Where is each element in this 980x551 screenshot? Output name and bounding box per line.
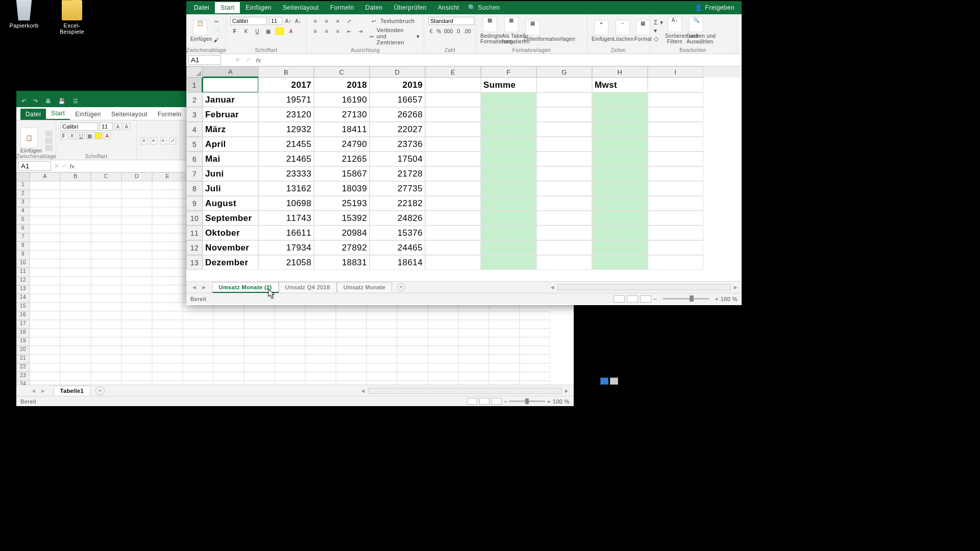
- cell[interactable]: [536, 107, 592, 122]
- cell[interactable]: Juli: [203, 181, 258, 196]
- cell[interactable]: [648, 92, 703, 107]
- cell[interactable]: 24465: [370, 240, 425, 255]
- desktop-recycle-bin[interactable]: Papierkorb: [6, 0, 42, 29]
- row-header[interactable]: 22: [16, 363, 30, 372]
- cell[interactable]: 2019: [370, 78, 425, 92]
- name-box[interactable]: [18, 161, 51, 171]
- align-right-icon[interactable]: ≡: [333, 27, 342, 35]
- cell[interactable]: [481, 240, 536, 255]
- cell[interactable]: [592, 166, 648, 181]
- align-center-icon[interactable]: ≡: [322, 27, 331, 35]
- cell[interactable]: 17504: [370, 152, 425, 166]
- cell[interactable]: November: [203, 240, 258, 255]
- zoom-label[interactable]: 180 %: [721, 296, 738, 302]
- column-header[interactable]: C: [91, 172, 121, 181]
- excel-window-front[interactable]: DateiStartEinfügenSeitenlayoutFormelnDat…: [186, 1, 742, 305]
- cell[interactable]: 18039: [314, 181, 370, 196]
- cell[interactable]: März: [203, 122, 258, 137]
- italic-button[interactable]: K: [241, 27, 251, 35]
- cell[interactable]: [536, 226, 592, 240]
- row-header[interactable]: 23: [16, 372, 30, 381]
- decrease-decimal-icon[interactable]: .00: [463, 27, 472, 35]
- increase-decimal-icon[interactable]: .0: [455, 27, 461, 35]
- row-header[interactable]: 11: [186, 226, 203, 240]
- cell[interactable]: [425, 181, 481, 196]
- zoom-out-button[interactable]: −: [653, 296, 657, 302]
- row-header[interactable]: 18: [16, 329, 30, 337]
- row-header[interactable]: 11: [16, 268, 30, 277]
- cell[interactable]: [425, 122, 481, 137]
- cell[interactable]: [592, 211, 648, 226]
- cell[interactable]: [592, 196, 648, 211]
- cell[interactable]: [648, 181, 703, 196]
- paste-button[interactable]: 📋Einfügen: [190, 20, 210, 42]
- qat-camera-icon[interactable]: 🖶: [45, 98, 51, 104]
- cell[interactable]: 16190: [314, 92, 370, 107]
- row-header[interactable]: 8: [186, 181, 203, 196]
- cell[interactable]: Oktober: [203, 226, 258, 240]
- sheet-tabs-back[interactable]: ◄► Tabelle1 + ◄ ►: [16, 385, 574, 396]
- cell[interactable]: 11743: [258, 211, 314, 226]
- cell[interactable]: 12932: [258, 122, 314, 137]
- cell[interactable]: 2018: [314, 78, 370, 92]
- cell[interactable]: [425, 226, 481, 240]
- cell[interactable]: [592, 255, 648, 270]
- cut-icon[interactable]: ✂: [212, 17, 221, 26]
- sheet-nav-next-icon[interactable]: ►: [201, 284, 207, 290]
- cell[interactable]: 2017: [258, 78, 314, 92]
- fill-color-button[interactable]: [275, 27, 284, 35]
- cell[interactable]: [648, 78, 703, 92]
- bold-button[interactable]: F: [230, 27, 239, 35]
- ribbon-tab-seitenlayout[interactable]: Seitenlayout: [106, 109, 153, 120]
- font-size-picker[interactable]: [269, 17, 282, 25]
- orientation-icon[interactable]: ⤢: [169, 137, 176, 144]
- font-size-picker[interactable]: [100, 122, 113, 131]
- cell[interactable]: [425, 211, 481, 226]
- cell[interactable]: 24826: [370, 211, 425, 226]
- column-header[interactable]: B: [258, 66, 314, 78]
- row-header[interactable]: 14: [16, 294, 30, 303]
- cell[interactable]: 25193: [314, 196, 370, 211]
- row-header[interactable]: 9: [16, 251, 30, 259]
- fill-color-button[interactable]: [95, 132, 102, 139]
- ribbon-tab-ansicht[interactable]: Ansicht: [432, 2, 465, 13]
- ribbon-tab-datei[interactable]: Datei: [20, 109, 46, 120]
- bold-button[interactable]: F: [60, 132, 67, 139]
- row-header[interactable]: 5: [16, 216, 30, 224]
- column-header[interactable]: D: [121, 172, 152, 181]
- select-all-button[interactable]: [186, 66, 203, 78]
- cell[interactable]: [425, 137, 481, 152]
- cell[interactable]: [536, 211, 592, 226]
- align-middle-icon[interactable]: ≡: [322, 17, 331, 25]
- cell[interactable]: 26268: [370, 107, 425, 122]
- ribbon-tab-einfügen[interactable]: Einfügen: [240, 2, 277, 13]
- column-header[interactable]: H: [592, 66, 648, 78]
- row-header[interactable]: 20: [16, 346, 30, 355]
- conditional-formatting-button[interactable]: ▦Bedingte Formatierung: [480, 17, 500, 44]
- cell[interactable]: 22027: [370, 122, 425, 137]
- row-header[interactable]: 1: [186, 78, 203, 92]
- font-color-button[interactable]: A: [104, 132, 111, 139]
- cell[interactable]: [536, 78, 592, 92]
- cell[interactable]: [481, 255, 536, 270]
- cell[interactable]: [481, 196, 536, 211]
- ribbon-tab-start[interactable]: Start: [46, 108, 70, 120]
- fx-icon[interactable]: fx: [70, 163, 75, 169]
- cell[interactable]: 21265: [314, 152, 370, 166]
- row-header[interactable]: 6: [16, 224, 30, 233]
- fx-icon[interactable]: fx: [256, 57, 261, 63]
- align-top-icon[interactable]: ≡: [311, 17, 320, 25]
- cell[interactable]: [536, 196, 592, 211]
- cell-styles-button[interactable]: ▦Zellenformatvorlagen: [523, 20, 543, 42]
- cell[interactable]: April: [203, 137, 258, 152]
- insert-cells-button[interactable]: +Einfügen: [592, 20, 611, 42]
- zoom-out-button[interactable]: −: [504, 398, 507, 405]
- cell[interactable]: 18614: [370, 255, 425, 270]
- cell[interactable]: [592, 92, 648, 107]
- row-header[interactable]: 19: [16, 337, 30, 346]
- row-header[interactable]: 4: [16, 207, 30, 216]
- ribbon-tab-einfügen[interactable]: Einfügen: [70, 109, 106, 120]
- zoom-in-button[interactable]: +: [715, 296, 719, 302]
- cell[interactable]: [592, 240, 648, 255]
- row-header[interactable]: 3: [186, 107, 203, 122]
